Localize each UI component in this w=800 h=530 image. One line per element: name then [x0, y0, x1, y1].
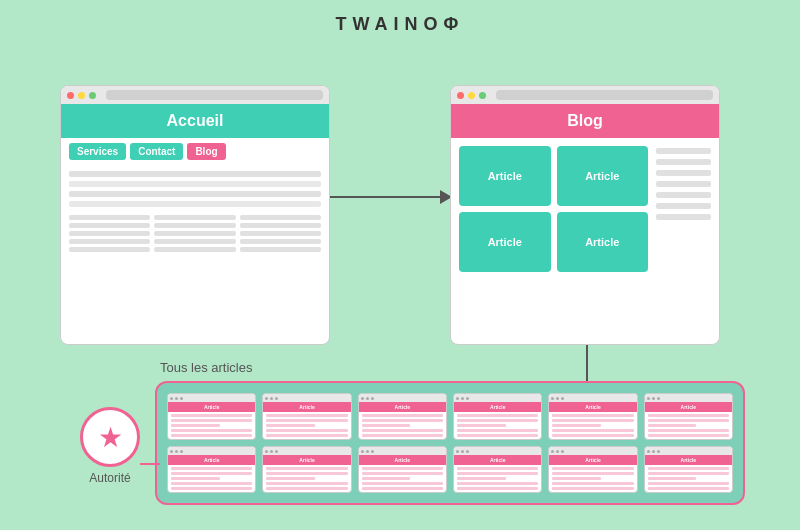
mini-article-label: Article [645, 402, 732, 412]
col-line [240, 239, 321, 244]
mini-titlebar [454, 394, 541, 402]
mini-line [457, 487, 538, 490]
blog-article-4: Article [557, 212, 649, 272]
blog-header: Blog [451, 104, 719, 138]
mini-browser-9: Article [358, 446, 447, 493]
mini-dot [366, 397, 369, 400]
mini-lines [263, 412, 350, 439]
col-2 [154, 215, 235, 252]
mini-lines [549, 412, 636, 439]
mini-line [648, 424, 697, 427]
mini-line [171, 477, 220, 480]
mini-line [266, 477, 315, 480]
mini-dot [652, 450, 655, 453]
col-3 [240, 215, 321, 252]
mini-article-label: Article [549, 402, 636, 412]
mini-titlebar [549, 447, 636, 455]
sidebar-line [656, 214, 711, 220]
accueil-browser: Accueil Services Contact Blog [60, 85, 330, 345]
nav-services[interactable]: Services [69, 143, 126, 160]
dot-green-left [89, 92, 96, 99]
col-line [69, 223, 150, 228]
mini-dot [456, 397, 459, 400]
mini-line [171, 414, 252, 417]
logo: TWAINOΦ [0, 0, 800, 35]
logo-text: TWAINO [336, 14, 444, 34]
sidebar-line [656, 148, 711, 154]
urlbar-left [106, 90, 323, 100]
mini-line [457, 414, 538, 417]
mini-line [552, 429, 633, 432]
mini-line [362, 419, 443, 422]
mini-dot [466, 397, 469, 400]
mini-dot [175, 450, 178, 453]
mini-line [266, 429, 347, 432]
col-line [154, 247, 235, 252]
mini-line [266, 482, 347, 485]
col-line [154, 223, 235, 228]
mini-line [171, 482, 252, 485]
nav-contact[interactable]: Contact [130, 143, 183, 160]
mini-dot [265, 450, 268, 453]
col-line [154, 231, 235, 236]
mini-titlebar [549, 394, 636, 402]
mini-line [362, 467, 443, 470]
mini-dot [170, 397, 173, 400]
mini-titlebar [263, 394, 350, 402]
mini-dot [647, 397, 650, 400]
mini-lines [263, 465, 350, 492]
mini-line [362, 429, 443, 432]
three-col [61, 215, 329, 252]
articles-label: Tous les articles [160, 360, 745, 375]
mini-line [362, 414, 443, 417]
dot-green-right [479, 92, 486, 99]
mini-browser-11: Article [548, 446, 637, 493]
mini-dot [270, 397, 273, 400]
mini-line [362, 477, 411, 480]
articles-container: Article Article [155, 381, 745, 505]
nav-blog[interactable]: Blog [187, 143, 225, 160]
mini-lines [168, 465, 255, 492]
mini-line [266, 434, 347, 437]
mini-line [457, 472, 538, 475]
col-1 [69, 215, 150, 252]
line [69, 201, 321, 207]
mini-dot [657, 450, 660, 453]
mini-line [457, 419, 538, 422]
mini-titlebar [168, 447, 255, 455]
mini-dot [647, 450, 650, 453]
mini-titlebar [454, 447, 541, 455]
mini-dot [561, 397, 564, 400]
mini-line [457, 434, 538, 437]
autorite-circle: ★ [80, 407, 140, 467]
dot-red-right [457, 92, 464, 99]
mini-line [648, 419, 729, 422]
mini-dot [371, 450, 374, 453]
mini-article-label: Article [645, 455, 732, 465]
mini-titlebar [645, 394, 732, 402]
dot-red-left [67, 92, 74, 99]
col-line [240, 223, 321, 228]
mini-browser-2: Article [262, 393, 351, 440]
mini-line [552, 434, 633, 437]
line [69, 181, 321, 187]
mini-dot [371, 397, 374, 400]
col-line [69, 247, 150, 252]
mini-titlebar [359, 447, 446, 455]
content-lines-left [61, 165, 329, 213]
mini-line [362, 472, 443, 475]
mini-line [362, 434, 443, 437]
mini-lines [454, 412, 541, 439]
mini-article-label: Article [454, 455, 541, 465]
mini-browser-8: Article [262, 446, 351, 493]
mini-line [171, 472, 252, 475]
mini-line [266, 467, 347, 470]
accueil-header: Accueil [61, 104, 329, 138]
mini-browser-10: Article [453, 446, 542, 493]
mini-line [457, 477, 506, 480]
mini-line [648, 467, 729, 470]
mini-browser-1: Article [167, 393, 256, 440]
mini-dot [180, 397, 183, 400]
browser-titlebar-right [451, 86, 719, 104]
mini-line [648, 434, 729, 437]
